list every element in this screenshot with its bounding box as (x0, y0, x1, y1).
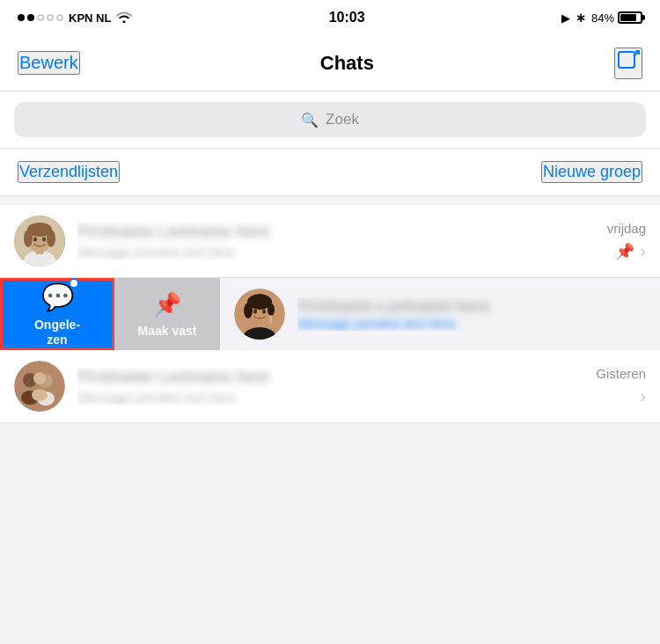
message-bubble-icon: 💬 (41, 282, 74, 311)
compose-button[interactable] (614, 48, 642, 79)
battery-icon (618, 11, 642, 24)
swiped-chat-name: Firstname Lastname here (297, 297, 646, 316)
chat-name-3: Firstname Lastname here (77, 368, 587, 386)
svg-point-18 (268, 304, 275, 316)
avatar-3 (14, 361, 65, 412)
mailing-lists-button[interactable]: Verzendlijsten (18, 161, 120, 183)
avatar-image (14, 216, 65, 267)
swipe-actions: 💬 Ongele-zen 📌 Maak vast (0, 278, 220, 350)
svg-point-27 (33, 372, 46, 384)
pin-button[interactable]: 📌 Maak vast (114, 278, 220, 350)
chat-time-3: Gisteren (596, 366, 646, 381)
signal-dot-1 (18, 14, 25, 21)
chat-item-swiped-container[interactable]: 💬 Ongele-zen 📌 Maak vast (0, 278, 660, 350)
unread-label: Ongele-zen (34, 318, 80, 348)
battery-fill (620, 14, 636, 21)
battery-container: 84% (591, 11, 642, 25)
avatar (14, 216, 65, 267)
search-icon: 🔍 (301, 112, 319, 128)
svg-point-19 (253, 310, 257, 314)
wifi-icon (116, 11, 132, 26)
pin-label: Maak vast (138, 324, 197, 338)
swiped-chat-text: Firstname Lastname here Message preview … (297, 297, 646, 331)
chevron-icon: › (640, 241, 646, 261)
svg-rect-21 (269, 315, 272, 324)
chat-content-3: Firstname Lastname here Message preview … (77, 368, 587, 405)
signal-dot-5 (56, 14, 63, 21)
chat-preview: Message preview text here (77, 245, 598, 260)
swiped-chat-preview: Message preview text here (297, 316, 646, 331)
mark-unread-button[interactable]: 💬 Ongele-zen (0, 278, 114, 350)
compose-icon (616, 49, 641, 74)
avatar-2-image (234, 289, 285, 340)
chat-item-3[interactable]: Firstname Lastname here Message preview … (0, 350, 660, 423)
signal-dot-3 (37, 14, 44, 21)
carrier-label: KPN NL (69, 11, 111, 25)
svg-point-28 (32, 389, 48, 401)
avatar-2 (234, 289, 285, 340)
svg-rect-0 (619, 52, 634, 68)
bluetooth-icon: ∗ (576, 11, 586, 25)
battery-percent: 84% (591, 11, 614, 25)
swiped-chat-content: Firstname Lastname here Message preview … (220, 278, 660, 350)
avatar-3-image (14, 361, 65, 412)
chat-content: Firstname Lastname here Message preview … (77, 223, 598, 260)
pin-icon: 📌 (615, 242, 634, 261)
nav-bar: Bewerk Chats (0, 35, 660, 91)
action-row: Verzendlijsten Nieuwe groep (0, 149, 660, 196)
unread-badge (69, 278, 79, 289)
unread-icon-container: 💬 (41, 282, 74, 312)
svg-point-8 (24, 230, 33, 247)
chat-name: Firstname Lastname here (77, 223, 598, 241)
search-bar[interactable]: 🔍 Zoek (14, 102, 646, 137)
chat-meta: vrijdag 📌 › (607, 221, 646, 261)
svg-point-9 (47, 230, 55, 247)
pin-action-icon: 📌 (153, 291, 181, 318)
location-icon: ▶ (561, 11, 570, 25)
svg-point-20 (262, 310, 266, 314)
svg-point-17 (244, 303, 253, 318)
signal-dot-2 (27, 14, 34, 21)
chat-meta-3: Gisteren › (596, 366, 646, 406)
page-title: Chats (320, 52, 374, 75)
status-right: ▶ ∗ 84% (561, 11, 642, 25)
search-container: 🔍 Zoek (0, 91, 660, 149)
new-group-button[interactable]: Nieuwe groep (541, 161, 642, 183)
svg-point-22 (14, 361, 65, 412)
chat-preview-3: Message preview text here (77, 390, 587, 405)
svg-point-10 (33, 238, 37, 242)
signal-dot-4 (47, 14, 54, 21)
status-bar: KPN NL 10:03 ▶ ∗ 84% (0, 0, 660, 35)
signal-dots (18, 14, 63, 21)
svg-point-11 (42, 238, 46, 242)
search-placeholder: Zoek (326, 111, 359, 128)
chat-list: Firstname Lastname here Message preview … (0, 205, 660, 423)
chevron-icon-3: › (640, 386, 646, 406)
status-left: KPN NL (18, 11, 132, 26)
status-time: 10:03 (329, 10, 365, 26)
chat-time: vrijdag (607, 221, 646, 236)
edit-button[interactable]: Bewerk (18, 51, 80, 75)
chat-item[interactable]: Firstname Lastname here Message preview … (0, 205, 660, 278)
